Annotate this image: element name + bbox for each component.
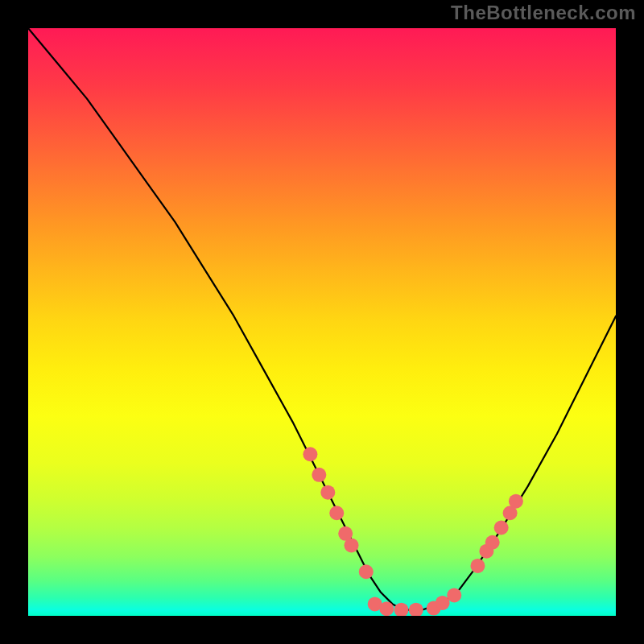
marker-point xyxy=(312,468,326,482)
marker-point xyxy=(303,447,317,461)
marker-point xyxy=(345,538,359,552)
marker-point xyxy=(320,485,335,500)
bottleneck-curve xyxy=(28,28,616,610)
marker-point xyxy=(359,564,374,579)
marker-point xyxy=(409,603,423,616)
marker-point xyxy=(509,494,523,509)
marker-point xyxy=(394,603,409,616)
marker-point xyxy=(485,535,500,550)
marker-point xyxy=(329,506,344,520)
plot-area xyxy=(28,28,616,616)
marker-point xyxy=(379,601,394,616)
marker-point xyxy=(494,521,509,535)
marker-point xyxy=(447,588,461,602)
markers-group xyxy=(303,447,523,616)
chart-svg xyxy=(28,28,616,616)
watermark: TheBottleneck.com xyxy=(451,2,636,24)
chart-container: TheBottleneck.com xyxy=(0,0,644,644)
marker-point xyxy=(470,559,485,573)
